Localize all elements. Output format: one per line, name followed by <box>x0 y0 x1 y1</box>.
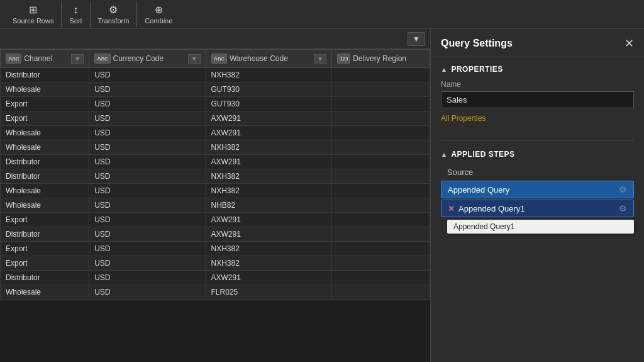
toolbar-source-rows-label: Source Rows <box>13 17 53 25</box>
qs-properties-header: ▲ PROPERTIES <box>441 65 634 74</box>
toolbar-sort-label: Sort <box>69 17 82 25</box>
cell-delivery <box>331 68 430 82</box>
cell-currency: USD <box>89 285 206 300</box>
cell-currency: USD <box>89 198 206 213</box>
cell-currency: USD <box>89 97 206 111</box>
step-appended-query-left: Appended Query <box>448 185 509 195</box>
step-tooltip: Appended Query1 <box>447 220 634 234</box>
cell-channel: Wholesale <box>1 140 89 155</box>
step-appended-query1-left: ✕ Appended Query1 <box>448 204 525 213</box>
col-label-channel: Channel <box>24 54 52 63</box>
cell-channel: Export <box>1 242 89 256</box>
transform-icon: ⚙ <box>109 4 118 16</box>
qs-close-button[interactable]: ✕ <box>625 38 634 49</box>
toolbar-transform-label: Transform <box>98 17 130 25</box>
step-appended-query1-gear-icon[interactable]: ⚙ <box>619 203 627 213</box>
col-type-currency: ABC <box>94 54 110 64</box>
main-content: ▼ ABC Channel ▼ <box>0 29 644 362</box>
step-delete-icon[interactable]: ✕ <box>448 204 455 213</box>
cell-delivery <box>331 97 430 111</box>
col-filter-channel[interactable]: ▼ <box>71 54 84 64</box>
cell-channel: Wholesale <box>1 184 89 198</box>
cell-delivery <box>331 126 430 140</box>
cell-currency: USD <box>89 184 206 198</box>
step-appended-query1[interactable]: ✕ Appended Query1 ⚙ <box>441 200 634 217</box>
cell-channel: Distributor <box>1 155 89 169</box>
toolbar-combine[interactable]: ⊕ Combine <box>137 1 180 27</box>
cell-delivery <box>331 285 430 300</box>
source-rows-icon: ⊞ <box>29 4 37 16</box>
toolbar-transform[interactable]: ⚙ Transform <box>91 1 138 27</box>
cell-warehouse: AXW291 <box>206 227 331 242</box>
cell-warehouse: FLR025 <box>206 285 331 300</box>
cell-channel: Export <box>1 213 89 227</box>
cell-delivery <box>331 242 430 256</box>
cell-currency: USD <box>89 68 206 82</box>
table-dropdown-btn[interactable]: ▼ <box>408 32 425 46</box>
cell-delivery <box>331 111 430 126</box>
cell-channel: Distributor <box>1 169 89 184</box>
table-row: ExportUSDAXW291 <box>1 111 430 126</box>
qs-body: ▲ PROPERTIES Name All Properties ▲ APPLI… <box>431 57 644 362</box>
table-row: ExportUSDAXW291 <box>1 213 430 227</box>
qs-all-properties-link[interactable]: All Properties <box>441 114 486 123</box>
qs-name-label: Name <box>441 80 634 89</box>
table-row: WholesaleUSDNXH382 <box>1 140 430 155</box>
data-table-wrapper[interactable]: ABC Channel ▼ ABC Currency Code ▼ <box>0 49 430 362</box>
combine-icon: ⊕ <box>155 4 163 16</box>
table-row: WholesaleUSDGUT930 <box>1 82 430 97</box>
cell-currency: USD <box>89 169 206 184</box>
cell-currency: USD <box>89 126 206 140</box>
cell-delivery <box>331 227 430 242</box>
col-filter-currency[interactable]: ▼ <box>188 54 201 64</box>
cell-currency: USD <box>89 256 206 271</box>
applied-steps-triangle-icon: ▲ <box>441 151 447 158</box>
step-appended-query[interactable]: Appended Query ⚙ <box>441 181 634 198</box>
cell-channel: Distributor <box>1 68 89 82</box>
table-row: WholesaleUSDFLR025 <box>1 285 430 300</box>
table-row: WholesaleUSDNXH382 <box>1 184 430 198</box>
col-type-delivery: 123 <box>337 54 350 64</box>
table-row: WholesaleUSDAXW291 <box>1 126 430 140</box>
cell-currency: USD <box>89 111 206 126</box>
col-type-warehouse: ABC <box>211 54 227 64</box>
cell-channel: Export <box>1 256 89 271</box>
cell-currency: USD <box>89 140 206 155</box>
toolbar: ⊞ Source Rows ↕ Sort ⚙ Transform ⊕ Combi… <box>0 0 644 29</box>
cell-warehouse: AXW291 <box>206 213 331 227</box>
table-row: DistributorUSDAXW291 <box>1 227 430 242</box>
cell-delivery <box>331 140 430 155</box>
cell-delivery <box>331 155 430 169</box>
toolbar-source-rows[interactable]: ⊞ Source Rows <box>5 1 62 27</box>
cell-currency: USD <box>89 82 206 97</box>
qs-title: Query Settings <box>441 38 513 49</box>
step-appended-query-label: Appended Query <box>448 185 509 195</box>
sort-icon: ↕ <box>74 4 79 16</box>
col-header-warehouse: ABC Warehouse Code ▼ <box>206 50 331 68</box>
cell-warehouse: NXH382 <box>206 68 331 82</box>
cell-currency: USD <box>89 227 206 242</box>
table-row: WholesaleUSDNHB82 <box>1 198 430 213</box>
table-row: ExportUSDGUT930 <box>1 97 430 111</box>
data-table: ABC Channel ▼ ABC Currency Code ▼ <box>0 49 430 300</box>
qs-name-input[interactable] <box>441 91 634 108</box>
cell-currency: USD <box>89 155 206 169</box>
table-body: DistributorUSDNXH382WholesaleUSDGUT930Ex… <box>1 68 430 300</box>
toolbar-sort[interactable]: ↕ Sort <box>62 2 90 27</box>
col-header-currency: ABC Currency Code ▼ <box>89 50 206 68</box>
cell-warehouse: AXW291 <box>206 155 331 169</box>
table-area: ▼ ABC Channel ▼ <box>0 29 430 362</box>
cell-warehouse: NXH382 <box>206 169 331 184</box>
cell-channel: Distributor <box>1 271 89 285</box>
cell-warehouse: NXH382 <box>206 140 331 155</box>
query-settings-panel: Query Settings ✕ ▲ PROPERTIES Name All P… <box>430 29 644 362</box>
step-appended-query-gear-icon[interactable]: ⚙ <box>619 184 627 195</box>
steps-list: Source Appended Query ⚙ ✕ Appended Query… <box>441 165 634 234</box>
step-source[interactable]: Source <box>441 165 634 179</box>
cell-warehouse: GUT930 <box>206 82 331 97</box>
col-type-channel: ABC <box>6 54 21 64</box>
cell-warehouse: GUT930 <box>206 97 331 111</box>
col-filter-warehouse[interactable]: ▼ <box>314 54 326 64</box>
cell-warehouse: NXH382 <box>206 184 331 198</box>
cell-channel: Wholesale <box>1 285 89 300</box>
